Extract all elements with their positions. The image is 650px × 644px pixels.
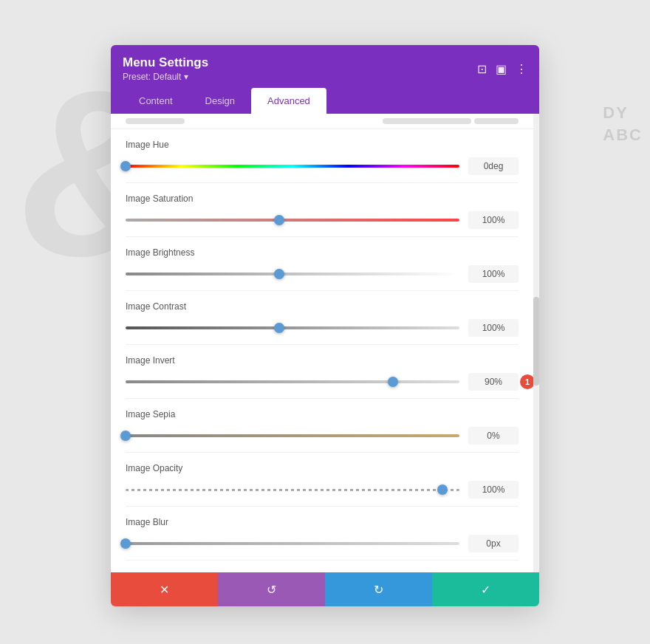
- fullscreen-icon[interactable]: ⊡: [477, 62, 487, 76]
- image-saturation-value[interactable]: [468, 211, 519, 229]
- image-opacity-track[interactable]: [126, 483, 459, 496]
- panel-header: Menu Settings Preset: Default ▾ ⊡ ▣ ⋮ Co…: [111, 45, 539, 114]
- bg-text-right: DY ABC: [603, 103, 643, 145]
- invert-value-group: 1: [468, 373, 519, 391]
- image-invert-track[interactable]: [126, 375, 459, 388]
- image-brightness-thumb[interactable]: [274, 269, 284, 279]
- image-hue-track[interactable]: [126, 160, 459, 173]
- image-opacity-track-bg: [126, 489, 459, 491]
- image-saturation-label: Image Saturation: [126, 193, 519, 204]
- image-saturation-control: [126, 211, 519, 229]
- layout-icon[interactable]: ▣: [496, 62, 507, 76]
- image-opacity-value[interactable]: [468, 481, 519, 499]
- panel-tabs: Content Design Advanced: [123, 88, 527, 114]
- strip-pill-2: [383, 118, 471, 124]
- image-invert-value[interactable]: [468, 373, 519, 391]
- image-brightness-label: Image Brightness: [126, 247, 519, 258]
- slider-row-image-opacity: Image Opacity: [126, 453, 519, 507]
- tab-advanced[interactable]: Advanced: [251, 88, 326, 114]
- panel-content: Image Hue Image Saturation: [111, 129, 533, 572]
- panel-scrollbar[interactable]: [533, 114, 539, 572]
- image-contrast-control: [126, 319, 519, 337]
- image-saturation-track-bg: [126, 219, 459, 222]
- panel-body: Image Hue Image Saturation: [111, 114, 539, 572]
- cancel-button[interactable]: ✕: [111, 572, 218, 606]
- image-brightness-control: [126, 265, 519, 283]
- image-sepia-value[interactable]: [468, 427, 519, 445]
- notification-badge: 1: [520, 374, 533, 389]
- image-hue-track-bg: [126, 165, 459, 168]
- image-brightness-value[interactable]: [468, 265, 519, 283]
- image-contrast-track-bg: [126, 326, 459, 329]
- image-invert-control: 1: [126, 373, 519, 391]
- image-hue-thumb[interactable]: [120, 161, 131, 171]
- image-hue-value[interactable]: [468, 157, 519, 175]
- image-blend-mode-row: Image Blend Mode Normal Multiply Screen …: [126, 561, 519, 572]
- tab-content[interactable]: Content: [123, 88, 189, 114]
- image-invert-track-bg: [126, 380, 459, 383]
- image-brightness-track[interactable]: [126, 267, 459, 281]
- image-invert-thumb[interactable]: [388, 377, 398, 387]
- image-opacity-control: [126, 481, 519, 499]
- image-sepia-thumb[interactable]: [120, 431, 131, 441]
- image-blur-label: Image Blur: [126, 517, 519, 527]
- image-blur-value[interactable]: [468, 535, 519, 552]
- slider-row-image-invert: Image Invert 1: [126, 345, 519, 399]
- panel-title: Menu Settings: [123, 55, 208, 70]
- image-opacity-thumb[interactable]: [437, 484, 448, 495]
- redo-button[interactable]: ↻: [325, 572, 432, 606]
- image-opacity-label: Image Opacity: [126, 463, 519, 473]
- slider-row-image-sepia: Image Sepia: [126, 399, 519, 453]
- reset-button[interactable]: ↺: [218, 572, 325, 606]
- slider-row-image-brightness: Image Brightness: [126, 237, 519, 291]
- panel-content-wrap: Image Hue Image Saturation: [111, 114, 533, 572]
- image-blur-thumb[interactable]: [120, 538, 131, 549]
- image-contrast-thumb[interactable]: [274, 323, 284, 333]
- menu-settings-panel: Menu Settings Preset: Default ▾ ⊡ ▣ ⋮ Co…: [111, 45, 539, 606]
- strip-pill-3: [474, 118, 519, 124]
- image-sepia-control: [126, 427, 519, 445]
- slider-row-image-hue: Image Hue: [126, 129, 519, 183]
- image-blur-track[interactable]: [126, 537, 459, 550]
- slider-row-image-contrast: Image Contrast: [126, 291, 519, 345]
- image-saturation-track[interactable]: [126, 213, 459, 227]
- image-sepia-track[interactable]: [126, 429, 459, 442]
- slider-row-image-saturation: Image Saturation: [126, 183, 519, 237]
- image-blur-track-bg: [126, 542, 459, 545]
- panel-preset: Preset: Default ▾: [123, 72, 208, 82]
- image-blend-mode-label: Image Blend Mode: [126, 571, 519, 572]
- image-sepia-track-bg: [126, 434, 459, 437]
- image-sepia-label: Image Sepia: [126, 409, 519, 419]
- top-strip-row: [111, 114, 533, 129]
- image-contrast-label: Image Contrast: [126, 301, 519, 312]
- slider-row-image-blur: Image Blur: [126, 507, 519, 561]
- image-invert-label: Image Invert: [126, 355, 519, 366]
- strip-pill: [126, 118, 185, 124]
- save-button[interactable]: ✓: [432, 572, 539, 606]
- image-blur-control: [126, 535, 519, 552]
- image-hue-label: Image Hue: [126, 140, 519, 150]
- more-icon[interactable]: ⋮: [516, 62, 527, 76]
- image-contrast-value[interactable]: [468, 319, 519, 337]
- panel-title-group: Menu Settings Preset: Default ▾: [123, 55, 208, 82]
- image-saturation-thumb[interactable]: [274, 215, 284, 225]
- image-contrast-track[interactable]: [126, 321, 459, 335]
- scrollbar-thumb[interactable]: [533, 297, 539, 386]
- header-icons: ⊡ ▣ ⋮: [477, 62, 527, 76]
- image-brightness-track-bg: [126, 273, 459, 275]
- panel-footer: ✕ ↺ ↻ ✓: [111, 572, 539, 606]
- image-hue-control: [126, 157, 519, 175]
- tab-design[interactable]: Design: [189, 88, 251, 114]
